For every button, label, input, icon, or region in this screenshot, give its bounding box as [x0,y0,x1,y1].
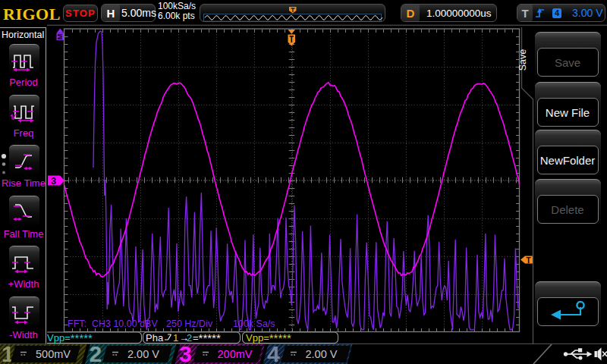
svg-text:M: M [57,34,64,40]
svg-text:Pha: Pha [146,332,164,344]
svg-text:250 Hz/Div: 250 Hz/Div [166,318,213,329]
svg-text:FFT: CH3 10.00 dBV: FFT: CH3 10.00 dBV [68,318,158,329]
svg-text:Vpp=*****: Vpp=***** [47,331,93,344]
svg-text:100k Sa/s: 100k Sa/s [233,318,275,329]
svg-text:1: 1 [173,332,178,344]
svg-text:=*****: =***** [193,331,221,344]
svg-text:3: 3 [51,176,56,187]
